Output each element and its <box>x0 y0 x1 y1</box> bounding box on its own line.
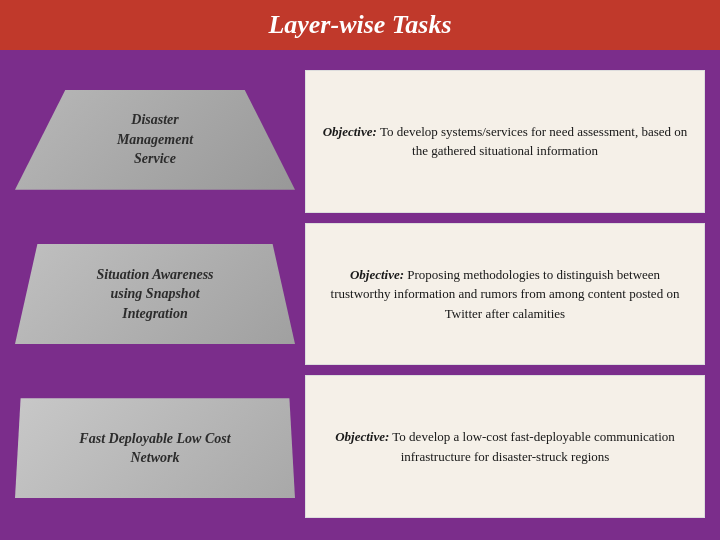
objective-label-3: Objective: <box>335 429 389 444</box>
objective-text-2: Objective: Proposing methodologies to di… <box>322 265 688 324</box>
network-label: Fast Deployable Low CostNetwork <box>79 429 230 468</box>
objective-label-2: Objective: <box>350 267 404 282</box>
disaster-trapezoid: DisasterManagementService <box>15 90 295 190</box>
objective-box-3: Objective: To develop a low-cost fast-de… <box>305 375 705 518</box>
objective-body-3: To develop a low-cost fast-deployable co… <box>392 429 674 464</box>
left-column: DisasterManagementService Situation Awar… <box>15 60 295 528</box>
objective-text-1: Objective: To develop systems/services f… <box>322 122 688 161</box>
objective-label-1: Objective: <box>323 124 377 139</box>
content-area: DisasterManagementService Situation Awar… <box>0 50 720 538</box>
page-title: Layer-wise Tasks <box>20 10 700 40</box>
right-column: Objective: To develop systems/services f… <box>305 60 705 528</box>
page: Layer-wise Tasks DisasterManagementServi… <box>0 0 720 540</box>
situation-trapezoid: Situation Awarenessusing SnapshotIntegra… <box>15 244 295 344</box>
objective-text-3: Objective: To develop a low-cost fast-de… <box>322 427 688 466</box>
objective-body-1: To develop systems/services for need ass… <box>380 124 687 159</box>
situation-label: Situation Awarenessusing SnapshotIntegra… <box>96 265 213 324</box>
network-trapezoid: Fast Deployable Low CostNetwork <box>15 398 295 498</box>
disaster-label: DisasterManagementService <box>117 110 193 169</box>
objective-box-1: Objective: To develop systems/services f… <box>305 70 705 213</box>
title-bar: Layer-wise Tasks <box>0 0 720 50</box>
objective-box-2: Objective: Proposing methodologies to di… <box>305 223 705 366</box>
